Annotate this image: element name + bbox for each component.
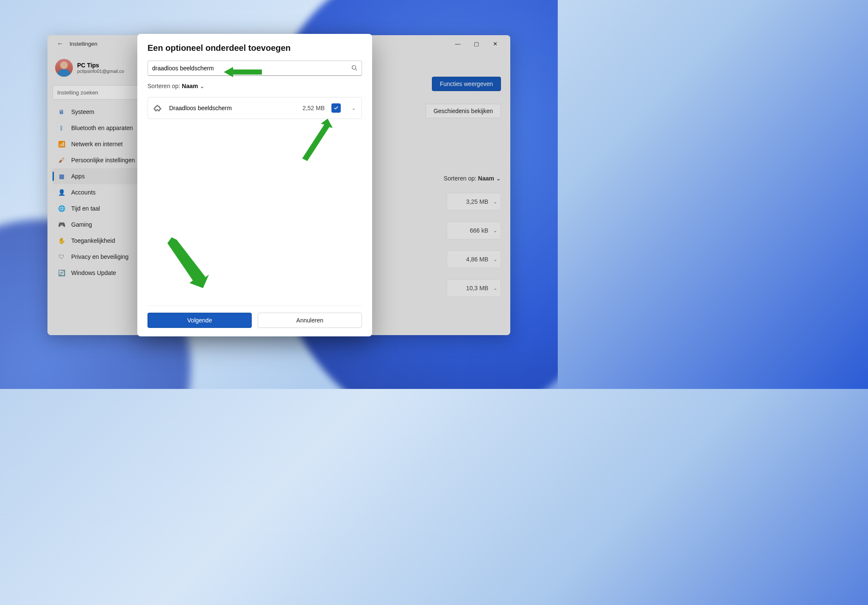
chevron-down-icon: ⌄	[200, 83, 205, 89]
svg-marker-3	[302, 119, 333, 161]
svg-marker-2	[224, 67, 262, 77]
search-icon	[351, 65, 357, 72]
puzzle-icon	[154, 104, 162, 112]
annotation-arrow	[224, 64, 262, 80]
feature-result-row[interactable]: Draadloos beeldscherm 2,52 MB ⌄	[147, 97, 362, 119]
feature-checkbox[interactable]	[331, 103, 341, 113]
sort-dropdown[interactable]: Sorteren op: Naam ⌄	[147, 83, 362, 89]
chevron-down-icon[interactable]: ⌄	[352, 105, 356, 111]
svg-marker-4	[167, 237, 209, 288]
annotation-arrow	[167, 237, 210, 288]
next-button[interactable]: Volgende	[147, 313, 252, 328]
dialog-title: Een optioneel onderdeel toevoegen	[147, 43, 362, 53]
feature-size: 2,52 MB	[303, 105, 325, 111]
cancel-button[interactable]: Annuleren	[258, 313, 362, 328]
sort-value: Naam	[182, 83, 198, 89]
dialog-footer: Volgende Annuleren	[147, 305, 362, 328]
feature-name: Draadloos beeldscherm	[169, 105, 296, 111]
svg-line-1	[356, 69, 357, 70]
sort-prefix: Sorteren op:	[147, 83, 180, 89]
svg-point-0	[352, 65, 356, 69]
annotation-arrow	[299, 119, 333, 165]
